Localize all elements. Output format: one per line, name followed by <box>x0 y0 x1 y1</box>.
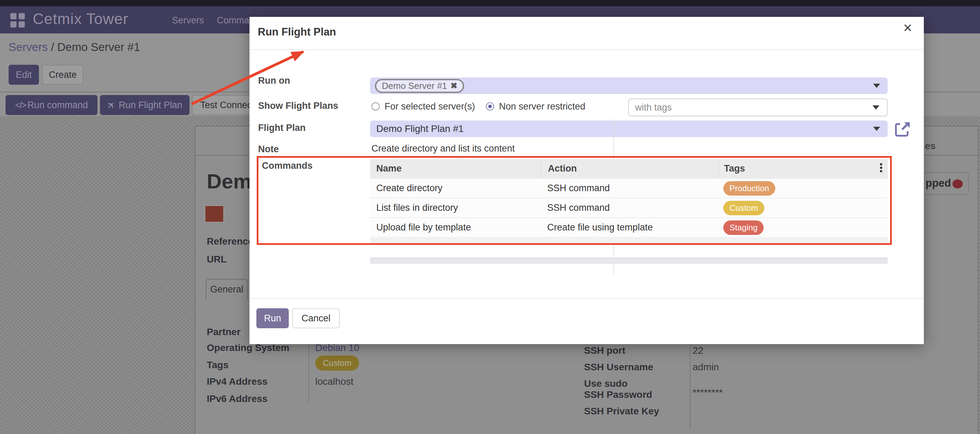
ipv4-label: IPv4 Address <box>207 376 267 387</box>
flight-plan-value: Demo Flight Plan #1 <box>376 123 464 134</box>
ssh-private-key-label: SSH Private Key <box>584 406 659 417</box>
apps-grid-icon[interactable] <box>10 13 26 27</box>
server-color-swatch[interactable] <box>205 205 224 223</box>
radio-for-selected-servers[interactable] <box>371 102 380 111</box>
reference-label: Reference <box>207 236 253 247</box>
radio-non-server-restricted-label[interactable]: Non server restricted <box>499 101 585 112</box>
radio-for-selected-servers-label[interactable]: For selected server(s) <box>385 101 475 112</box>
dialog-footer-divider <box>250 298 924 299</box>
ssh-username-label: SSH Username <box>584 362 653 373</box>
ipv4-value: localhost <box>315 376 353 387</box>
close-icon[interactable]: ✕ <box>903 21 913 35</box>
radio-non-server-restricted[interactable] <box>486 102 494 111</box>
ssh-port-label: SSH port <box>584 345 625 356</box>
ipv6-label: IPv6 Address <box>207 393 267 404</box>
flight-plan-label: Flight Plan <box>258 122 305 133</box>
run-on-label: Run on <box>258 75 290 86</box>
url-label: URL <box>207 254 227 265</box>
server-status-dot <box>953 180 963 188</box>
plane-icon: ✈ <box>104 98 118 112</box>
partner-label: Partner <box>207 326 240 337</box>
show-flight-plans-label: Show Flight Plans <box>258 100 338 111</box>
cancel-button[interactable]: Cancel <box>292 308 340 328</box>
browser-top-strip <box>0 0 980 6</box>
breadcrumb-record: Demo Server #1 <box>57 41 140 53</box>
run-flight-plan-label: Run Flight Plan <box>119 100 182 111</box>
with-tags-select[interactable]: with tags <box>628 99 888 116</box>
dropdown-caret-icon[interactable] <box>873 84 880 88</box>
dialog-header-divider <box>250 49 924 50</box>
breadcrumb: Servers / Demo Server #1 <box>9 41 140 54</box>
screen: Cetmix Tower Servers Commands Files Tool… <box>0 0 980 434</box>
run-command-label: Run command <box>27 100 88 111</box>
server-status-text-fragment: pped <box>926 177 951 189</box>
server-tag-label: Demo Server #1 <box>382 81 447 91</box>
edit-button[interactable]: Edit <box>9 65 39 85</box>
tags-label: Tags <box>207 359 229 370</box>
create-button[interactable]: Create <box>42 65 83 85</box>
dropdown-caret-icon[interactable] <box>872 105 880 110</box>
dropdown-caret-icon[interactable] <box>873 127 880 131</box>
run-flight-plan-button[interactable]: ✈ Run Flight Plan <box>100 95 189 115</box>
tag-badge-custom: Custom <box>315 356 359 370</box>
run-button[interactable]: Run <box>256 308 289 328</box>
external-link-icon[interactable] <box>894 121 911 137</box>
ssh-username-value: admin <box>693 362 719 373</box>
code-icon: </> <box>15 100 26 111</box>
ssh-password-label: SSH Password <box>584 389 652 400</box>
use-sudo-label: Use sudo <box>584 378 627 389</box>
test-connection-button[interactable]: Test Connec <box>192 95 254 115</box>
right-fields-separator <box>690 345 690 429</box>
tab-general[interactable]: General <box>206 279 248 299</box>
horizontal-scrollbar[interactable] <box>370 258 888 264</box>
remove-tag-icon[interactable]: ✖ <box>450 81 457 91</box>
breadcrumb-separator: / <box>48 41 57 53</box>
breadcrumb-servers-link[interactable]: Servers <box>9 41 48 53</box>
app-brand[interactable]: Cetmix Tower <box>33 10 129 27</box>
run-command-button[interactable]: </> Run command <box>5 95 97 115</box>
note-label: Note <box>258 144 279 155</box>
ssh-port-value: 22 <box>693 345 703 356</box>
note-value: Create directory and list its content <box>371 143 515 154</box>
annotation-highlight-rectangle <box>257 156 892 245</box>
with-tags-placeholder: with tags <box>635 102 672 113</box>
dialog-title: Run Flight Plan <box>258 26 336 38</box>
run-on-field[interactable]: Demo Server #1 ✖ <box>370 78 888 94</box>
ssh-password-value: ******** <box>693 387 722 398</box>
stat-button-text-fragment[interactable]: es <box>925 140 935 151</box>
flight-plan-field[interactable]: Demo Flight Plan #1 <box>370 121 888 137</box>
nav-item-servers[interactable]: Servers <box>172 15 204 26</box>
server-tag-pill[interactable]: Demo Server #1 ✖ <box>375 79 464 93</box>
